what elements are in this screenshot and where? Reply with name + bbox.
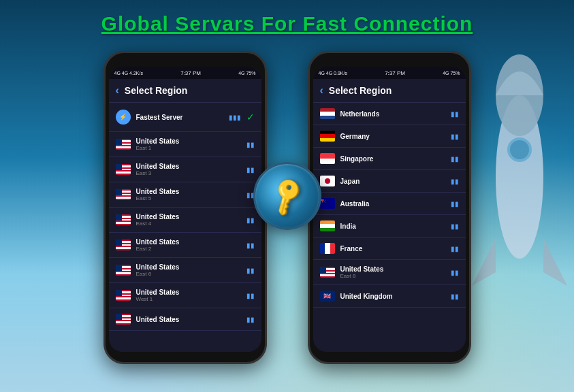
flag-us-icon bbox=[116, 164, 131, 175]
flag-de-icon bbox=[320, 131, 335, 142]
flag-fr-icon bbox=[320, 243, 335, 254]
signal-bars: ▮▮ bbox=[451, 293, 459, 300]
fastest-check-icon: ✓ bbox=[246, 112, 255, 122]
list-item[interactable]: United States East 6 ▮▮ bbox=[109, 258, 261, 283]
list-item[interactable]: Germany ▮▮ bbox=[313, 125, 466, 148]
right-back-button[interactable]: ‹ bbox=[320, 84, 323, 97]
server-name: United States bbox=[136, 238, 241, 246]
server-info: United States East 2 bbox=[136, 238, 241, 252]
flag-us-icon bbox=[116, 314, 131, 325]
list-item[interactable]: United States East 2 ▮▮ bbox=[109, 233, 261, 258]
signal-bars: ▮▮ bbox=[246, 267, 255, 274]
server-name: United Kingdom bbox=[340, 293, 445, 300]
list-item[interactable]: 🇬🇧 United Kingdom ▮▮ bbox=[313, 285, 466, 308]
server-name: United States bbox=[136, 188, 241, 195]
left-header: ‹ Select Region bbox=[109, 79, 261, 103]
list-item[interactable]: Singapore ▮▮ bbox=[313, 148, 466, 170]
server-name: United States bbox=[136, 316, 241, 323]
flag-us-icon bbox=[116, 290, 131, 301]
server-info: United States East 3 bbox=[136, 163, 241, 176]
left-header-title: Select Region bbox=[125, 85, 188, 96]
server-name: United States bbox=[136, 213, 241, 220]
fastest-server-info: Fastest Server bbox=[136, 114, 223, 121]
right-status-bar: 4G 4G 0.9K/s 7:37 PM 4G 75% bbox=[313, 67, 466, 79]
left-back-button[interactable]: ‹ bbox=[116, 84, 119, 97]
server-name: United States bbox=[136, 263, 241, 271]
key-logo: 🔑 bbox=[253, 162, 321, 230]
server-sub: East 5 bbox=[136, 195, 241, 201]
server-sub: West 1 bbox=[136, 296, 241, 302]
right-header-title: Select Region bbox=[329, 85, 392, 96]
server-name: United States bbox=[340, 265, 445, 273]
server-sub: East 8 bbox=[340, 273, 445, 279]
flag-au-icon: 🇦🇺 bbox=[320, 198, 335, 209]
server-sub: East 3 bbox=[136, 170, 241, 176]
server-info: United States West 1 bbox=[136, 289, 241, 302]
server-info: Germany bbox=[340, 133, 445, 140]
right-server-list: Netherlands ▮▮ Germany ▮▮ Singapore bbox=[313, 103, 466, 308]
signal-bars: ▮▮ bbox=[451, 200, 459, 208]
flag-us-icon bbox=[116, 240, 131, 250]
flag-uk-icon: 🇬🇧 bbox=[320, 291, 335, 301]
server-info: France bbox=[340, 245, 445, 252]
left-status-left: 4G 4G 4.2K/s bbox=[114, 71, 143, 76]
flag-us-icon bbox=[320, 267, 335, 278]
server-info: United States East 1 bbox=[136, 137, 241, 151]
left-status-bar: 4G 4G 4.2K/s 7:37 PM 4G 75% bbox=[109, 67, 261, 79]
server-name: United States bbox=[136, 163, 241, 170]
server-info: Japan bbox=[340, 178, 445, 185]
left-phone-screen: 4G 4G 4.2K/s 7:37 PM 4G 75% ‹ Select Reg… bbox=[109, 67, 261, 352]
signal-bars: ▮▮ bbox=[451, 269, 459, 276]
server-name: Australia bbox=[340, 200, 445, 208]
fastest-server-item[interactable]: ⚡ Fastest Server ▮▮▮ ✓ bbox=[109, 103, 261, 132]
server-name: Japan bbox=[340, 178, 445, 185]
fastest-signal: ▮▮▮ bbox=[229, 114, 241, 121]
list-item[interactable]: United States East 4 ▮▮ bbox=[109, 208, 261, 233]
server-info: United States East 8 bbox=[340, 265, 445, 279]
list-item[interactable]: United States ▮▮ bbox=[109, 308, 261, 331]
list-item[interactable]: United States East 8 ▮▮ bbox=[313, 260, 466, 285]
page-title: Global Servars For Fast Connection bbox=[0, 12, 574, 35]
right-phone-screen: 4G 4G 0.9K/s 7:37 PM 4G 75% ‹ Select Reg… bbox=[313, 67, 466, 352]
list-item[interactable]: United States East 5 ▮▮ bbox=[109, 182, 261, 208]
list-item[interactable]: United States East 3 ▮▮ bbox=[109, 157, 261, 182]
signal-bars: ▮▮ bbox=[451, 178, 459, 185]
server-sub: East 6 bbox=[136, 271, 241, 277]
list-item[interactable]: Netherlands ▮▮ bbox=[313, 103, 466, 125]
right-header: ‹ Select Region bbox=[313, 79, 466, 103]
server-name: United States bbox=[136, 289, 241, 296]
list-item[interactable]: United States West 1 ▮▮ bbox=[109, 283, 261, 308]
flag-sg-icon bbox=[320, 153, 335, 164]
server-info: India bbox=[340, 223, 445, 230]
signal-bars: ▮▮ bbox=[246, 141, 255, 148]
flag-us-icon bbox=[116, 265, 131, 276]
signal-bars: ▮▮ bbox=[246, 242, 255, 249]
flag-us-icon bbox=[116, 214, 131, 225]
key-symbol: 🔑 bbox=[264, 174, 310, 218]
server-name: Singapore bbox=[340, 155, 445, 163]
flag-jp-icon bbox=[320, 176, 335, 186]
flag-us-icon bbox=[116, 139, 131, 150]
server-name: United States bbox=[136, 137, 241, 145]
server-name: France bbox=[340, 245, 445, 252]
list-item[interactable]: France ▮▮ bbox=[313, 238, 466, 260]
server-info: United States East 5 bbox=[136, 188, 241, 201]
list-item[interactable]: 🇦🇺 Australia ▮▮ bbox=[313, 193, 466, 215]
signal-bars: ▮▮ bbox=[451, 155, 459, 163]
server-info: Netherlands bbox=[340, 110, 445, 118]
signal-bars: ▮▮ bbox=[451, 245, 459, 252]
list-item[interactable]: United States East 1 ▮▮ bbox=[109, 132, 261, 157]
list-item[interactable]: Japan ▮▮ bbox=[313, 170, 466, 193]
server-name: Netherlands bbox=[340, 110, 445, 118]
signal-bars: ▮▮ bbox=[451, 133, 459, 140]
list-item[interactable]: India ▮▮ bbox=[313, 215, 466, 238]
right-status-left: 4G 4G 0.9K/s bbox=[319, 71, 347, 76]
server-info: United States East 4 bbox=[136, 213, 241, 227]
server-info: Australia bbox=[340, 200, 445, 208]
left-status-time: 7:37 PM bbox=[180, 70, 201, 76]
signal-bars: ▮▮ bbox=[451, 223, 459, 230]
server-sub: East 1 bbox=[136, 145, 241, 151]
server-info: United Kingdom bbox=[340, 293, 445, 300]
right-status-right: 4G 75% bbox=[443, 71, 460, 76]
server-name: Germany bbox=[340, 133, 445, 140]
